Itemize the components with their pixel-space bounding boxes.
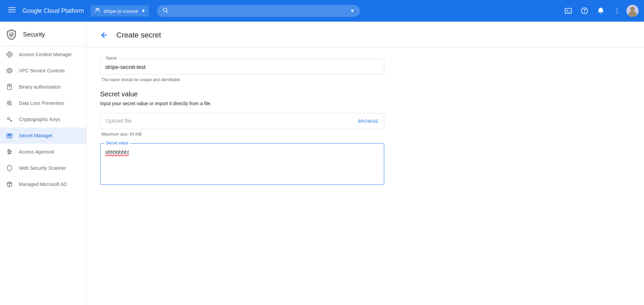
svg-point-29 bbox=[10, 135, 11, 136]
sidebar: Security Access Context Manager VPC Serv… bbox=[0, 22, 87, 305]
security-icon bbox=[5, 28, 18, 41]
svg-point-23 bbox=[8, 102, 10, 104]
svg-point-32 bbox=[8, 149, 9, 150]
secret-value-label: Secret value bbox=[105, 141, 130, 145]
svg-rect-0 bbox=[8, 7, 16, 8]
main-content: Create secret Name The name should be un… bbox=[87, 22, 644, 305]
svg-point-27 bbox=[8, 135, 9, 136]
project-selector[interactable]: stripe-js-course ▼ bbox=[91, 5, 149, 17]
cryptographic-keys-icon bbox=[5, 115, 14, 123]
search-dropdown-icon[interactable]: ▼ bbox=[350, 8, 355, 14]
menu-icon[interactable] bbox=[5, 3, 18, 18]
secret-value-display: shhhhhhh! bbox=[100, 144, 384, 184]
sidebar-label-access-context-manager: Access Context Manager bbox=[19, 52, 72, 57]
sidebar-item-vpc-service-controls[interactable]: VPC Service Controls bbox=[0, 63, 86, 79]
svg-point-14 bbox=[628, 11, 637, 17]
upload-placeholder: Upload file bbox=[106, 118, 132, 124]
sidebar-item-access-approval[interactable]: Access Approval bbox=[0, 144, 86, 160]
secret-value-text: shhhhhhh! bbox=[105, 149, 129, 155]
svg-marker-18 bbox=[8, 69, 11, 72]
managed-microsoft-ad-icon bbox=[5, 180, 14, 188]
svg-line-24 bbox=[11, 104, 12, 106]
svg-rect-16 bbox=[8, 53, 11, 56]
sidebar-header: Security bbox=[0, 22, 86, 46]
sidebar-label-access-approval: Access Approval bbox=[19, 149, 54, 155]
vpc-service-controls-icon bbox=[5, 67, 14, 75]
access-approval-icon bbox=[5, 148, 14, 156]
name-label: Name bbox=[105, 56, 118, 61]
project-icon bbox=[94, 7, 101, 15]
cloud-shell-button[interactable] bbox=[561, 4, 575, 18]
svg-point-13 bbox=[630, 7, 635, 11]
svg-rect-15 bbox=[6, 51, 13, 58]
sidebar-item-secret-manager[interactable]: Secret Manager bbox=[0, 127, 86, 144]
top-navigation: Google Cloud Platform stripe-js-course ▼… bbox=[0, 0, 644, 22]
secret-value-title: Secret value bbox=[100, 90, 630, 98]
notifications-button[interactable] bbox=[594, 4, 607, 18]
form-content: Name The name should be unique and ident… bbox=[87, 48, 644, 204]
svg-rect-7 bbox=[565, 8, 571, 14]
sidebar-item-access-context-manager[interactable]: Access Context Manager bbox=[0, 46, 86, 63]
sidebar-label-vpc-service-controls: VPC Service Controls bbox=[19, 68, 65, 73]
name-hint: The name should be unique and identifiab… bbox=[100, 77, 384, 82]
sidebar-label-managed-microsoft-ad: Managed Microsoft AD bbox=[19, 182, 67, 187]
svg-point-4 bbox=[98, 8, 99, 10]
svg-point-5 bbox=[163, 8, 167, 12]
project-name: stripe-js-course bbox=[104, 8, 138, 14]
search-bar[interactable]: ▼ bbox=[157, 5, 360, 17]
name-field-container: Name bbox=[100, 58, 384, 75]
svg-rect-30 bbox=[9, 136, 10, 137]
sidebar-item-managed-microsoft-ad[interactable]: Managed Microsoft AD bbox=[0, 176, 86, 192]
secret-value-section: Secret value Input your secret value or … bbox=[100, 90, 630, 185]
search-icon bbox=[162, 7, 168, 15]
svg-point-12 bbox=[617, 13, 618, 14]
upload-hint: Maximum size: 64 KiB bbox=[100, 132, 384, 137]
name-input[interactable] bbox=[100, 59, 384, 74]
svg-point-22 bbox=[7, 101, 11, 105]
sidebar-label-secret-manager: Secret Manager bbox=[19, 133, 53, 138]
sidebar-label-web-security-scanner: Web Security Scanner bbox=[19, 165, 66, 171]
more-options-button[interactable] bbox=[610, 4, 624, 18]
sidebar-label-data-loss-prevention: Data Loss Prevention bbox=[19, 100, 64, 106]
secret-manager-icon bbox=[5, 132, 14, 140]
web-security-scanner-icon bbox=[5, 164, 14, 172]
svg-point-28 bbox=[9, 135, 10, 136]
project-dropdown-icon: ▼ bbox=[141, 8, 146, 14]
sidebar-item-web-security-scanner[interactable]: Web Security Scanner bbox=[0, 160, 86, 176]
data-loss-prevention-icon bbox=[5, 99, 14, 107]
search-input[interactable] bbox=[171, 8, 347, 14]
svg-rect-2 bbox=[8, 12, 16, 13]
svg-marker-17 bbox=[7, 68, 12, 73]
sidebar-item-data-loss-prevention[interactable]: Data Loss Prevention bbox=[0, 95, 86, 111]
browse-button[interactable]: BROWSE bbox=[358, 119, 378, 124]
help-button[interactable] bbox=[578, 4, 591, 18]
svg-line-6 bbox=[167, 11, 168, 13]
svg-point-11 bbox=[617, 10, 618, 11]
svg-point-34 bbox=[9, 151, 10, 152]
svg-point-10 bbox=[617, 8, 618, 9]
sidebar-item-binary-authorisation[interactable]: Binary authorisation bbox=[0, 79, 86, 95]
user-avatar[interactable] bbox=[626, 5, 639, 17]
binary-authorisation-icon bbox=[5, 83, 14, 91]
svg-point-25 bbox=[7, 117, 10, 120]
sidebar-item-cryptographic-keys[interactable]: Cryptographic Keys bbox=[0, 111, 86, 127]
back-button[interactable] bbox=[97, 28, 111, 42]
page-title: Create secret bbox=[116, 31, 161, 40]
sidebar-label-binary-authorisation: Binary authorisation bbox=[19, 84, 61, 90]
sidebar-label-cryptographic-keys: Cryptographic Keys bbox=[19, 117, 60, 122]
secret-value-desc: Input your secret value or import it dir… bbox=[100, 101, 630, 106]
nav-actions bbox=[561, 4, 639, 18]
page-header: Create secret bbox=[87, 22, 644, 48]
app-logo: Google Cloud Platform bbox=[22, 7, 84, 15]
sidebar-title: Security bbox=[23, 31, 45, 38]
upload-container: Upload file BROWSE bbox=[100, 113, 384, 129]
svg-point-21 bbox=[9, 85, 10, 86]
svg-point-36 bbox=[8, 153, 9, 154]
access-context-manager-icon bbox=[5, 50, 14, 58]
svg-point-3 bbox=[96, 8, 97, 10]
svg-rect-1 bbox=[8, 9, 16, 10]
name-field-group: Name The name should be unique and ident… bbox=[100, 58, 384, 82]
svg-point-9 bbox=[584, 12, 585, 13]
secret-value-field-container: Secret value shhhhhhh! bbox=[100, 143, 384, 185]
